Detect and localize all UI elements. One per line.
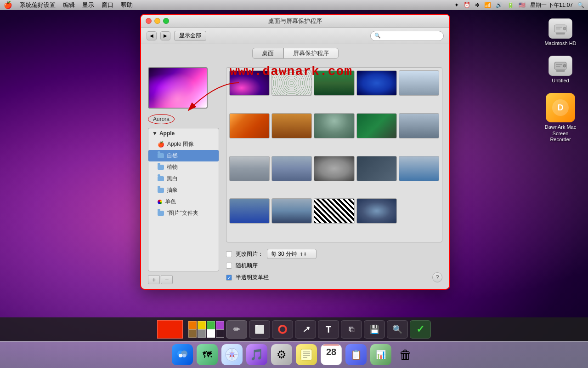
copy-tool-button[interactable]: ⧉ <box>341 320 362 339</box>
wallpaper-thumb-1[interactable] <box>229 70 270 96</box>
folder-icon-pictures <box>158 211 164 216</box>
menubar-help[interactable]: 帮助 <box>121 1 133 9</box>
search-tool-button[interactable]: 🔍 <box>387 320 408 339</box>
dock-item-numbers[interactable]: 📊 <box>370 344 391 365</box>
sidebar-item-nature[interactable]: 自然 <box>148 150 219 161</box>
wallpaper-thumb-19[interactable] <box>356 198 397 224</box>
wallpaper-thumb-7[interactable] <box>271 113 312 138</box>
sidebar-item-pictures[interactable]: "图片"文件夹 <box>148 207 219 219</box>
pen-icon: ✏ <box>233 324 240 334</box>
change-image-row: 更改图片： 每 30 分钟 ⬆⬇ <box>226 249 442 259</box>
dock-item-finder2[interactable]: 📋 <box>345 344 367 365</box>
random-order-checkbox[interactable] <box>226 263 232 269</box>
swatch-yellow[interactable] <box>198 321 206 329</box>
wallpaper-thumb-11[interactable] <box>229 156 270 181</box>
wallpaper-thumb-3[interactable] <box>314 70 354 96</box>
swatch-brown[interactable] <box>188 329 197 338</box>
swatch-purple[interactable] <box>216 321 224 329</box>
window-maximize-button[interactable] <box>163 18 169 24</box>
wallpaper-thumb-4[interactable] <box>356 70 397 96</box>
apple-menu[interactable]: 🍎 <box>4 1 12 9</box>
oval-tool-button[interactable]: ⭕ <box>272 320 293 339</box>
menubar-left: 🍎 系统偏好设置 编辑 显示 窗口 帮助 <box>4 1 133 9</box>
interval-value: 每 30 分钟 <box>271 250 297 258</box>
menubar-system-prefs[interactable]: 系统偏好设置 <box>20 1 56 9</box>
wallpaper-thumb-5[interactable] <box>399 70 439 96</box>
text-tool-button[interactable]: T <box>318 320 339 339</box>
dock-item-itunes[interactable]: 🎵 <box>246 344 267 365</box>
back-button[interactable]: ◀ <box>147 31 157 40</box>
right-panel: 更改图片： 每 30 分钟 ⬆⬇ 随机顺序 ✓ 半透明菜单栏 ? <box>226 67 442 284</box>
sidebar-item-abstract[interactable]: 抽象 <box>148 184 219 196</box>
help-button[interactable]: ? <box>432 272 442 282</box>
search-input[interactable] <box>383 33 440 39</box>
dock-item-maps[interactable]: 🗺 <box>197 344 218 365</box>
sidebar-item-apple-images[interactable]: 🍎 Apple 图像 <box>148 138 219 150</box>
menubar-battery-icon: 🔋 <box>507 2 514 8</box>
sidebar-label-nature: 自然 <box>167 152 178 160</box>
swatch-green[interactable] <box>207 321 215 329</box>
wallpaper-thumb-13[interactable] <box>314 156 354 181</box>
wallpaper-thumb-16[interactable] <box>229 198 270 224</box>
wallpaper-thumb-17[interactable] <box>271 198 312 224</box>
wallpaper-thumb-9[interactable] <box>356 113 397 138</box>
swatch-gray[interactable] <box>198 329 206 338</box>
wallpaper-thumb-14[interactable] <box>356 156 397 181</box>
dock-item-notes[interactable] <box>296 344 317 365</box>
folder-icon-bw <box>158 176 164 181</box>
svg-point-14 <box>179 354 182 357</box>
dock-item-trash[interactable]: 🗑 <box>395 344 416 365</box>
swatch-white[interactable] <box>207 329 215 338</box>
wallpaper-preview <box>148 67 208 109</box>
dock-item-finder[interactable] <box>172 344 193 365</box>
menubar-search-icon[interactable]: 🔍 <box>577 2 584 8</box>
dock-item-calendar[interactable]: 28 <box>321 344 342 365</box>
change-image-checkbox[interactable] <box>226 251 232 257</box>
rectangle-tool-button[interactable]: ⬜ <box>249 320 270 339</box>
aurora-label: Aurora <box>148 114 175 124</box>
menubar-bluetooth-icon: ✦ <box>454 2 459 8</box>
window-minimize-button[interactable] <box>154 18 160 24</box>
wallpaper-thumb-2[interactable] <box>271 70 312 96</box>
pen-tool-button[interactable]: ✏ <box>226 320 247 339</box>
dock-item-settings[interactable]: ⚙ <box>271 344 292 365</box>
forward-button[interactable]: ▶ <box>160 31 170 40</box>
confirm-button[interactable]: ✓ <box>410 320 431 339</box>
sidebar-item-solid[interactable]: 单色 <box>148 196 219 207</box>
apple-icon-sm: 🍎 <box>158 141 164 148</box>
save-tool-button[interactable]: 💾 <box>364 320 385 339</box>
dock: 🗺 🎵 ⚙ <box>0 341 588 368</box>
sidebar-item-bw[interactable]: 黑白 <box>148 173 219 184</box>
tab-screensaver[interactable]: 屏幕保护程序 <box>283 48 339 59</box>
menubar-edit[interactable]: 编辑 <box>63 1 75 9</box>
active-color-swatch[interactable] <box>157 320 183 339</box>
dock-item-safari[interactable] <box>221 344 243 365</box>
wallpaper-thumb-18[interactable] <box>314 198 354 224</box>
wallpaper-thumb-12[interactable] <box>271 156 312 181</box>
arrow-tool-button[interactable]: ↗ <box>295 320 316 339</box>
interval-dropdown[interactable]: 每 30 分钟 ⬆⬇ <box>267 249 317 259</box>
desktop-icon-dawnark[interactable]: D DawnArk Mac Screen Recorder <box>542 93 579 143</box>
desktop-icon-untitled[interactable]: Untitled <box>542 56 579 84</box>
add-source-button[interactable]: + <box>148 275 160 284</box>
search-box[interactable]: 🔍 <box>370 31 444 41</box>
swatch-transparent[interactable] <box>216 329 224 338</box>
menubar-display[interactable]: 显示 <box>82 1 94 9</box>
window-close-button[interactable] <box>146 18 152 24</box>
wallpaper-thumb-8[interactable] <box>314 113 354 138</box>
dawnark-icon: D <box>546 93 575 122</box>
desktop-icon-macintosh-hd[interactable]: Macintosh HD <box>542 18 579 46</box>
numbers-icon: 📊 <box>370 344 391 365</box>
remove-source-button[interactable]: − <box>161 275 173 284</box>
svg-point-1 <box>563 27 566 30</box>
wallpaper-thumb-10[interactable] <box>399 113 439 138</box>
tab-desktop[interactable]: 桌面 <box>252 48 283 59</box>
wallpaper-thumb-15[interactable] <box>399 156 439 181</box>
sidebar-item-plants[interactable]: 植物 <box>148 161 219 173</box>
swatch-orange[interactable] <box>188 321 197 329</box>
translucent-menubar-checkbox[interactable]: ✓ <box>226 275 232 281</box>
show-all-button[interactable]: 显示全部 <box>174 31 206 41</box>
folder-icon-nature <box>158 153 164 158</box>
menubar-window[interactable]: 窗口 <box>102 1 113 9</box>
wallpaper-thumb-6[interactable] <box>229 113 270 138</box>
